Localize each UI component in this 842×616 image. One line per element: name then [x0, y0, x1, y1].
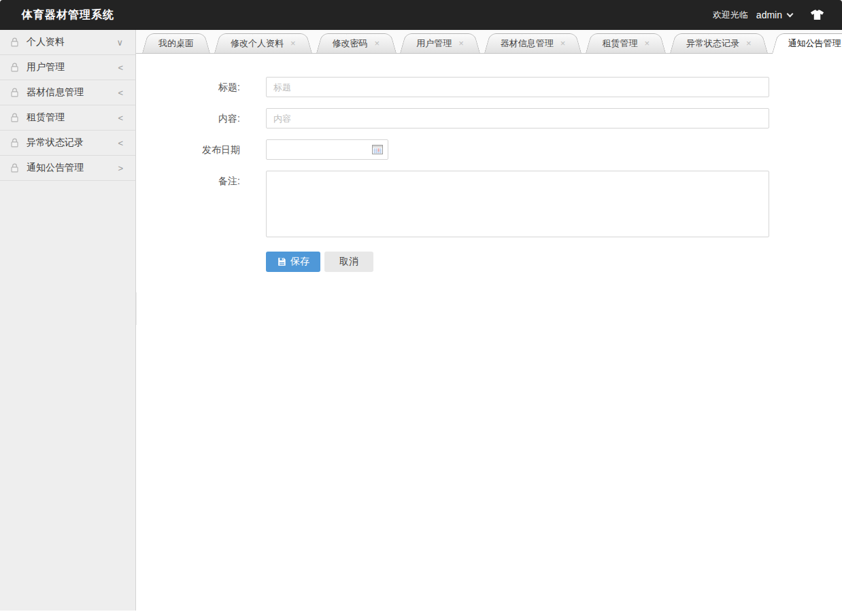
cancel-button-label: 取消 — [339, 256, 358, 268]
sidebar: 个人资料 ∨ 用户管理 < 器材信息管理 < 租赁管理 < 异常状态记录 < 通… — [0, 30, 136, 611]
sidebar-item-profile[interactable]: 个人资料 ∨ — [0, 30, 135, 55]
tab-label: 我的桌面 — [158, 37, 194, 50]
lock-icon — [10, 37, 20, 48]
form-row-title: 标题: — [137, 77, 842, 97]
calendar-icon[interactable] — [372, 144, 383, 155]
notice-form: 标题: 内容: 发布日期 — [137, 54, 842, 272]
tab-label: 异常状态记录 — [686, 37, 739, 50]
tab-abnormal-records[interactable]: 异常状态记录 × — [670, 33, 768, 53]
save-icon — [277, 257, 286, 267]
tab-change-password[interactable]: 修改密码 × — [316, 33, 397, 53]
lock-icon — [10, 162, 20, 173]
tab-label: 租赁管理 — [602, 37, 637, 50]
close-icon[interactable]: × — [458, 39, 464, 48]
tab-label: 器材信息管理 — [501, 37, 554, 50]
tab-edit-profile[interactable]: 修改个人资料 × — [214, 33, 312, 53]
tab-my-desktop[interactable]: 我的桌面 — [142, 33, 210, 53]
publish-date-field[interactable] — [266, 139, 388, 160]
tab-notice-management[interactable]: 通知公告管理 × — [772, 33, 842, 53]
sidebar-item-label: 通知公告管理 — [27, 162, 84, 174]
tab-bar: 我的桌面 修改个人资料 × 修改密码 × 用户管理 × 器材信息管理 × 租赁管… — [136, 30, 842, 54]
chevron-left-icon: < — [118, 113, 123, 123]
sidebar-item-label: 异常状态记录 — [27, 137, 84, 149]
chevron-down-icon: ∨ — [116, 37, 123, 48]
close-icon[interactable]: × — [644, 39, 650, 48]
save-button-label: 保存 — [290, 256, 309, 268]
chevron-right-icon: > — [118, 163, 123, 173]
sidebar-item-equipment[interactable]: 器材信息管理 < — [0, 80, 135, 105]
tab-label: 用户管理 — [416, 37, 452, 50]
sidebar-item-label: 器材信息管理 — [27, 86, 84, 99]
caret-down-icon — [787, 10, 794, 17]
app-title: 体育器材管理系统 — [22, 8, 114, 22]
chevron-left-icon: < — [118, 138, 123, 148]
tab-label: 通知公告管理 — [788, 37, 841, 50]
sidebar-item-notice[interactable]: 通知公告管理 > — [0, 156, 135, 181]
sidebar-item-label: 用户管理 — [27, 61, 65, 73]
tab-user-management[interactable]: 用户管理 × — [400, 33, 480, 53]
lock-icon — [10, 112, 20, 123]
save-button[interactable]: 保存 — [266, 252, 320, 272]
close-icon[interactable]: × — [560, 39, 566, 48]
title-label: 标题: — [137, 77, 240, 97]
app-header: 体育器材管理系统 欢迎光临 admin — [0, 0, 842, 30]
close-icon[interactable]: × — [290, 39, 296, 48]
tab-rental[interactable]: 租赁管理 × — [586, 33, 666, 53]
user-dropdown[interactable]: admin — [756, 10, 792, 20]
lock-icon — [10, 87, 20, 98]
form-row-remarks: 备注: — [137, 171, 842, 240]
form-row-content: 内容: — [137, 108, 842, 129]
content-field[interactable] — [266, 108, 769, 129]
sidebar-item-label: 个人资料 — [27, 36, 65, 48]
lock-icon — [10, 62, 20, 73]
header-right: 欢迎光临 admin — [713, 9, 824, 21]
cancel-button[interactable]: 取消 — [324, 252, 373, 272]
remarks-textarea[interactable] — [266, 171, 769, 237]
form-row-publish-date: 发布日期 — [137, 139, 842, 160]
title-field[interactable] — [266, 77, 769, 97]
remarks-label: 备注: — [137, 171, 240, 240]
sidebar-item-label: 租赁管理 — [27, 112, 65, 124]
tab-label: 修改密码 — [333, 37, 368, 50]
content-label: 内容: — [137, 108, 240, 129]
sidebar-item-rental[interactable]: 租赁管理 < — [0, 105, 135, 131]
username: admin — [756, 10, 782, 20]
publish-date-label: 发布日期 — [137, 139, 240, 160]
chevron-left-icon: < — [118, 88, 123, 98]
tab-equipment-info[interactable]: 器材信息管理 × — [484, 33, 582, 53]
sidebar-item-abnormal[interactable]: 异常状态记录 < — [0, 131, 135, 156]
close-icon[interactable]: × — [375, 39, 380, 48]
welcome-text: 欢迎光临 — [713, 9, 748, 21]
close-icon[interactable]: × — [746, 39, 752, 48]
chevron-left-icon: < — [118, 63, 123, 73]
main-content: 标题: 内容: 发布日期 — [137, 54, 842, 616]
tab-label: 修改个人资料 — [231, 37, 284, 50]
form-buttons: 保存 取消 — [266, 252, 842, 272]
sidebar-item-users[interactable]: 用户管理 < — [0, 55, 135, 80]
lock-icon — [10, 137, 20, 148]
tshirt-icon[interactable] — [810, 10, 824, 20]
